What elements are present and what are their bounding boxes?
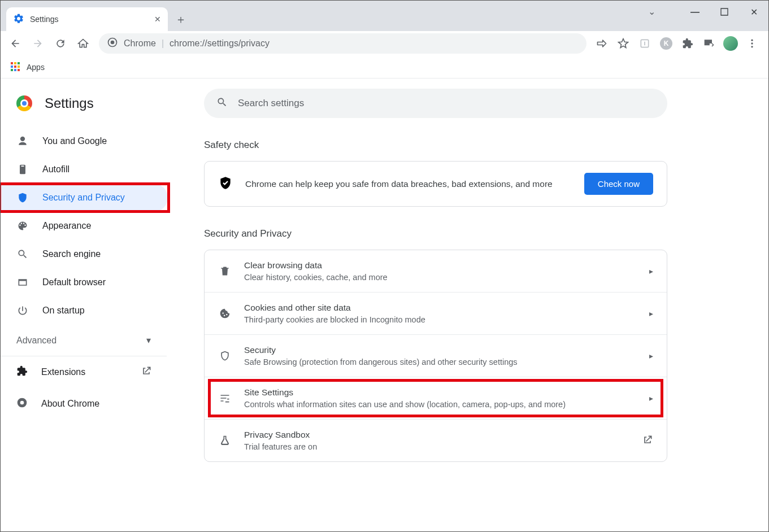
settings-brand: Settings xyxy=(1,91,176,127)
forward-button[interactable] xyxy=(28,33,48,54)
sidebar-item-search-engine[interactable]: Search engine xyxy=(1,240,168,268)
sidebar-item-autofill[interactable]: Autofill xyxy=(1,155,168,184)
search-icon xyxy=(16,248,29,260)
sliders-icon xyxy=(218,393,232,404)
open-external-icon xyxy=(141,365,152,379)
address-bar[interactable]: Chrome | chrome://settings/privacy xyxy=(99,33,586,54)
titlebar: Settings ✕ ＋ ⌄ ✕ xyxy=(1,1,768,31)
check-now-button[interactable]: Check now xyxy=(584,173,653,195)
minimize-button[interactable] xyxy=(680,1,710,23)
browser-icon xyxy=(16,277,29,288)
chrome-logo-icon xyxy=(16,95,32,111)
chevron-right-icon: ▸ xyxy=(649,351,653,360)
sidebar-item-you-and-google[interactable]: You and Google xyxy=(1,127,168,155)
url-text: chrome://settings/privacy xyxy=(170,38,270,49)
reload-button[interactable] xyxy=(50,33,71,54)
share-icon[interactable] xyxy=(592,34,611,53)
sidebar-item-default-browser[interactable]: Default browser xyxy=(1,268,168,296)
power-icon xyxy=(16,305,29,316)
kebab-menu-icon[interactable] xyxy=(742,34,762,53)
apps-label[interactable]: Apps xyxy=(27,63,45,72)
close-window-button[interactable]: ✕ xyxy=(739,1,768,23)
chevron-right-icon: ▸ xyxy=(649,394,653,403)
chrome-icon xyxy=(16,397,28,411)
home-button[interactable] xyxy=(73,33,93,54)
bookmark-star-icon[interactable] xyxy=(614,34,633,53)
svg-point-7 xyxy=(20,401,24,405)
sidebar-item-about[interactable]: About Chrome xyxy=(1,388,176,420)
new-tab-button[interactable]: ＋ xyxy=(171,10,190,29)
section-safety-check-title: Safety check xyxy=(204,139,746,151)
browser-toolbar: Chrome | chrome://settings/privacy K xyxy=(1,31,768,56)
shield-outline-icon xyxy=(218,350,232,361)
search-settings-input[interactable]: Search settings xyxy=(204,89,667,118)
safety-check-card: Chrome can help keep you safe from data … xyxy=(204,161,667,207)
url-scheme: Chrome xyxy=(124,38,156,49)
puzzle-icon xyxy=(16,365,28,379)
trash-icon xyxy=(218,265,232,277)
tab-search-icon[interactable]: ⌄ xyxy=(648,6,655,17)
chevron-right-icon: ▸ xyxy=(649,267,653,276)
settings-sidebar: Settings You and Google Autofill Securit… xyxy=(1,79,176,531)
cookie-icon xyxy=(218,308,232,319)
site-info-icon[interactable] xyxy=(107,37,118,50)
window-controls: ✕ xyxy=(680,1,768,23)
sidebar-item-extensions[interactable]: Extensions xyxy=(1,356,176,388)
apps-grid-icon[interactable] xyxy=(11,62,21,72)
palette-icon xyxy=(16,220,29,232)
svg-point-5 xyxy=(751,46,753,47)
extensions-puzzle-icon[interactable] xyxy=(678,34,697,53)
clipboard-icon xyxy=(16,164,29,175)
privacy-settings-card: Clear browsing dataClear history, cookie… xyxy=(204,250,667,462)
row-security[interactable]: SecuritySafe Browsing (protection from d… xyxy=(205,334,667,377)
person-icon xyxy=(16,136,29,147)
section-privacy-title: Security and Privacy xyxy=(204,228,746,239)
sidebar-item-appearance[interactable]: Appearance xyxy=(1,212,168,240)
open-external-icon xyxy=(642,434,653,447)
k-extension-icon[interactable]: K xyxy=(657,34,676,53)
settings-main: Search settings Safety check Chrome can … xyxy=(176,79,768,531)
shield-icon xyxy=(16,192,29,203)
bookmarks-bar: Apps xyxy=(1,56,768,79)
page-title: Settings xyxy=(45,95,94,111)
profile-avatar[interactable] xyxy=(721,34,740,53)
svg-point-3 xyxy=(751,39,753,41)
chevron-right-icon: ▸ xyxy=(649,309,653,318)
tab-title: Settings xyxy=(30,15,59,24)
row-privacy-sandbox[interactable]: Privacy SandboxTrial features are on xyxy=(205,419,667,461)
safety-check-text: Chrome can help keep you safe from data … xyxy=(245,179,572,189)
close-tab-icon[interactable]: ✕ xyxy=(154,15,161,24)
maximize-button[interactable] xyxy=(710,1,739,23)
row-clear-browsing-data[interactable]: Clear browsing dataClear history, cookie… xyxy=(205,250,667,292)
search-icon xyxy=(216,97,228,111)
gear-icon xyxy=(13,13,24,26)
row-site-settings[interactable]: Site SettingsControls what information s… xyxy=(205,377,667,419)
chevron-down-icon: ▾ xyxy=(146,335,151,346)
sidebar-item-security-privacy[interactable]: Security and Privacy xyxy=(1,184,168,212)
sidebar-item-on-startup[interactable]: On startup xyxy=(1,296,168,325)
flask-icon xyxy=(218,435,232,446)
browser-tab[interactable]: Settings ✕ xyxy=(6,7,168,31)
back-button[interactable] xyxy=(5,33,25,54)
advanced-toggle[interactable]: Advanced ▾ xyxy=(1,325,167,356)
row-cookies[interactable]: Cookies and other site dataThird-party c… xyxy=(205,292,667,334)
search-placeholder: Search settings xyxy=(238,98,304,109)
svg-point-4 xyxy=(751,42,753,44)
svg-point-1 xyxy=(111,40,115,44)
shield-check-icon xyxy=(218,176,233,193)
reading-list-icon[interactable] xyxy=(700,34,719,53)
extension-box-icon[interactable] xyxy=(635,34,654,53)
